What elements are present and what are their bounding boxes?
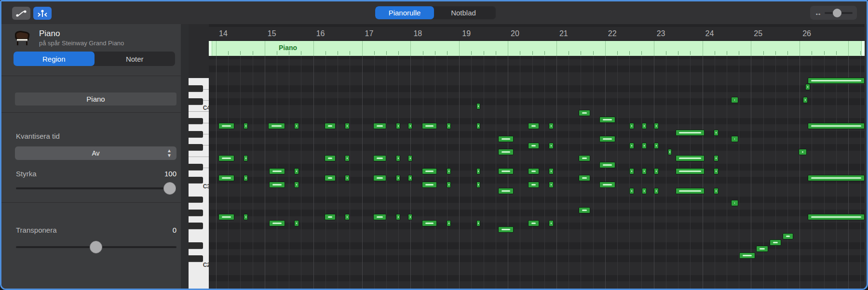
midi-note[interactable]: [642, 143, 647, 149]
midi-note[interactable]: [325, 214, 336, 220]
tab-noter[interactable]: Noter: [95, 52, 176, 66]
midi-note[interactable]: [731, 97, 738, 103]
midi-note[interactable]: [396, 123, 400, 129]
midi-note[interactable]: [714, 130, 719, 136]
velocity-slider-knob[interactable]: [163, 182, 176, 195]
quantize-dropdown[interactable]: Av ▲▼: [15, 146, 176, 160]
midi-note[interactable]: [373, 214, 386, 220]
midi-note[interactable]: [579, 207, 590, 213]
transpose-slider-knob[interactable]: [90, 241, 102, 253]
piano-key-black[interactable]: [189, 242, 203, 249]
midi-note[interactable]: [676, 155, 705, 161]
midi-note[interactable]: [528, 143, 539, 149]
midi-note[interactable]: [808, 123, 865, 129]
midi-note[interactable]: [447, 123, 451, 129]
midi-note[interactable]: [447, 182, 451, 188]
region-header-bar[interactable]: Piano: [209, 41, 865, 56]
midi-note[interactable]: [218, 155, 234, 161]
midi-note[interactable]: [808, 214, 865, 220]
midi-note[interactable]: [770, 239, 781, 246]
midi-note[interactable]: [294, 123, 299, 129]
midi-note[interactable]: [408, 175, 412, 181]
piano-key-black[interactable]: [189, 131, 203, 138]
piano-key-black[interactable]: [189, 255, 203, 262]
midi-note[interactable]: [476, 168, 480, 174]
midi-note[interactable]: [629, 188, 634, 194]
midi-note[interactable]: [345, 214, 350, 220]
midi-note[interactable]: [244, 123, 248, 129]
midi-note[interactable]: [396, 214, 400, 220]
midi-note[interactable]: [218, 123, 234, 129]
midi-note[interactable]: [244, 175, 248, 181]
midi-note[interactable]: [269, 182, 285, 188]
midi-note[interactable]: [498, 136, 514, 142]
midi-note[interactable]: [642, 123, 647, 129]
midi-note[interactable]: [396, 155, 400, 161]
midi-note[interactable]: [408, 214, 412, 220]
midi-note[interactable]: [244, 155, 248, 161]
midi-note[interactable]: [799, 149, 807, 155]
midi-note[interactable]: [714, 168, 719, 174]
midi-note[interactable]: [408, 155, 412, 161]
midi-note[interactable]: [294, 220, 299, 226]
midi-note[interactable]: [498, 188, 514, 194]
midi-note[interactable]: [447, 168, 451, 174]
midi-note[interactable]: [218, 175, 234, 181]
midi-note[interactable]: [731, 200, 738, 206]
midi-note[interactable]: [269, 168, 285, 174]
midi-note[interactable]: [408, 123, 412, 129]
midi-note[interactable]: [476, 123, 480, 129]
piano-key-black[interactable]: [189, 85, 203, 92]
midi-note[interactable]: [244, 214, 248, 220]
midi-note[interactable]: [676, 130, 705, 136]
midi-note[interactable]: [549, 168, 554, 174]
midi-note[interactable]: [668, 149, 672, 155]
midi-note[interactable]: [599, 162, 615, 168]
midi-note[interactable]: [629, 168, 634, 174]
midi-note[interactable]: [498, 226, 514, 233]
midi-note[interactable]: [422, 168, 437, 174]
midi-note[interactable]: [498, 168, 514, 174]
midi-note[interactable]: [294, 182, 299, 188]
midi-note[interactable]: [476, 103, 480, 109]
midi-note[interactable]: [805, 84, 810, 90]
zoom-slider-knob[interactable]: [833, 9, 841, 17]
midi-note[interactable]: [549, 220, 554, 226]
midi-note[interactable]: [373, 123, 386, 129]
midi-note[interactable]: [783, 233, 793, 239]
piano-key-black[interactable]: [189, 144, 203, 151]
midi-note[interactable]: [345, 175, 350, 181]
midi-note[interactable]: [731, 136, 738, 142]
midi-note[interactable]: [654, 143, 659, 149]
midi-note[interactable]: [579, 110, 590, 116]
midi-note[interactable]: [294, 168, 299, 174]
midi-note[interactable]: [325, 175, 336, 181]
midi-note[interactable]: [714, 188, 719, 194]
midi-note[interactable]: [676, 188, 705, 194]
midi-note[interactable]: [218, 214, 234, 220]
transpose-slider-track[interactable]: [16, 246, 176, 248]
tab-pianorulle[interactable]: Pianorulle: [375, 6, 434, 19]
midi-note[interactable]: [549, 143, 554, 149]
midi-note[interactable]: [714, 155, 719, 161]
piano-key-black[interactable]: [189, 98, 203, 105]
piano-key-black[interactable]: [189, 210, 203, 216]
midi-note[interactable]: [325, 155, 336, 161]
midi-note[interactable]: [642, 188, 647, 194]
piano-key-black[interactable]: [189, 177, 203, 184]
velocity-slider-track[interactable]: [16, 187, 176, 189]
midi-note[interactable]: [808, 78, 865, 84]
midi-note[interactable]: [803, 97, 808, 103]
midi-note[interactable]: [373, 175, 386, 181]
midi-note[interactable]: [528, 220, 539, 226]
midi-note[interactable]: [476, 220, 480, 226]
piano-key-black[interactable]: [189, 118, 203, 125]
midi-note[interactable]: [528, 168, 539, 174]
midi-note[interactable]: [756, 246, 768, 252]
split-tool-button[interactable]: [33, 7, 52, 20]
midi-note[interactable]: [654, 123, 659, 129]
tab-notblad[interactable]: Notblad: [434, 6, 493, 19]
midi-note[interactable]: [599, 117, 615, 123]
midi-note[interactable]: [396, 175, 400, 181]
midi-note[interactable]: [422, 123, 437, 129]
